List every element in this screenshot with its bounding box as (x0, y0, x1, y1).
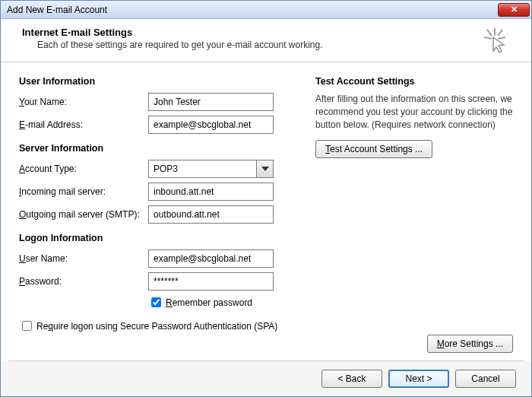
label-remember: Remember password (166, 297, 252, 308)
close-button[interactable]: ✕ (498, 3, 530, 17)
label-outgoing: Outgoing mail server (SMTP): (19, 209, 148, 220)
row-incoming: Incoming mail server: (19, 183, 300, 201)
header-text: Internet E-mail Settings Each of these s… (22, 27, 323, 50)
svg-line-4 (498, 30, 502, 36)
test-account-button[interactable]: Test Account Settings ... (315, 140, 432, 158)
header-subtitle: Each of these settings are required to g… (22, 40, 323, 50)
footer: < Back Next > Cancel (1, 361, 531, 396)
checkbox-remember[interactable] (151, 297, 161, 307)
svg-line-1 (484, 37, 492, 39)
row-email: E-mail Address: (19, 116, 300, 134)
row-your-name: Your Name: (19, 93, 300, 111)
window-title: Add New E-mail Account (7, 5, 107, 15)
label-username: User Name: (19, 253, 148, 264)
input-email[interactable] (148, 116, 274, 134)
chevron-down-icon (256, 160, 273, 177)
label-incoming: Incoming mail server: (19, 186, 148, 197)
server-info-title: Server Information (19, 143, 300, 154)
input-your-name[interactable] (148, 93, 274, 111)
label-spa: Require logon using Secure Password Auth… (36, 321, 277, 332)
titlebar: Add New E-mail Account ✕ (1, 1, 531, 19)
label-your-name: Your Name: (19, 97, 148, 107)
svg-line-3 (487, 30, 492, 36)
label-password: Password: (19, 276, 148, 287)
select-account-type[interactable]: POP3 (148, 160, 274, 178)
row-outgoing: Outgoing mail server (SMTP): (19, 205, 300, 224)
cancel-button[interactable]: Cancel (455, 370, 516, 388)
dialog-window: Add New E-mail Account ✕ Internet E-mail… (0, 0, 532, 397)
test-settings-desc: After filling out the information on thi… (315, 93, 513, 131)
cursor-star-icon (481, 27, 508, 54)
checkbox-spa[interactable] (22, 321, 32, 331)
row-username: User Name: (19, 249, 300, 268)
input-outgoing[interactable] (148, 205, 274, 224)
close-icon: ✕ (511, 5, 518, 14)
logon-info-title: Logon Information (19, 233, 300, 243)
more-settings-wrap: More Settings ... (427, 335, 513, 353)
back-button[interactable]: < Back (321, 370, 382, 388)
row-remember: Remember password (19, 295, 300, 310)
test-settings-title: Test Account Settings (315, 76, 513, 87)
input-incoming[interactable] (148, 183, 274, 201)
next-button[interactable]: Next > (388, 370, 449, 388)
user-info-title: User Information (19, 76, 300, 87)
input-password[interactable] (148, 272, 274, 291)
left-column: User Information Your Name: E-mail Addre… (19, 76, 300, 353)
more-settings-button[interactable]: More Settings ... (427, 335, 513, 353)
row-spa: Require logon using Secure Password Auth… (19, 319, 300, 333)
row-account-type: Account Type: POP3 (19, 160, 300, 178)
input-username[interactable] (148, 249, 274, 268)
row-password: Password: (19, 272, 300, 291)
select-account-type-value: POP3 (149, 164, 256, 174)
right-column: Test Account Settings After filling out … (300, 76, 513, 353)
header-section: Internet E-mail Settings Each of these s… (1, 19, 531, 62)
svg-line-2 (498, 37, 505, 39)
label-email: E-mail Address: (19, 119, 148, 130)
header-title: Internet E-mail Settings (22, 27, 323, 38)
content-area: User Information Your Name: E-mail Addre… (1, 62, 531, 360)
label-account-type: Account Type: (19, 164, 148, 174)
